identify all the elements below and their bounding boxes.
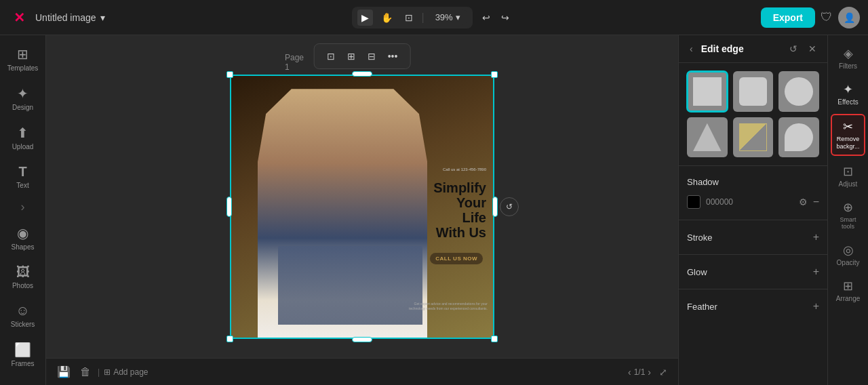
export-button[interactable]: Export bbox=[761, 7, 815, 28]
glow-section: Glow + bbox=[679, 254, 827, 289]
handle-bottom-center[interactable] bbox=[352, 337, 372, 342]
sidebar-item-arrange[interactable]: ⊞ Arrange bbox=[828, 273, 868, 308]
photos-icon: 🖼 bbox=[16, 264, 30, 280]
bottom-bar: 💾 🗑 | ⊞ Add page ‹ 1/1 › ⤢ bbox=[46, 358, 678, 385]
glow-title: Glow bbox=[687, 267, 813, 277]
edge-option-leaf[interactable] bbox=[778, 117, 819, 158]
edge-option-square[interactable] bbox=[687, 71, 728, 112]
sidebar-item-text[interactable]: T Text bbox=[0, 159, 45, 195]
sidebar-label-shapes: Shapes bbox=[12, 243, 35, 251]
shadow-color-swatch[interactable] bbox=[687, 195, 701, 209]
frames-icon: ⬜ bbox=[14, 342, 31, 358]
canvas-area[interactable]: ⊡ ⊞ ⊟ ••• Page 1 Call us at 123-456 bbox=[46, 35, 678, 385]
image-canvas[interactable]: Call us at 123-456-7890 SimplifyYourLife… bbox=[230, 75, 494, 339]
avatar[interactable]: 👤 bbox=[838, 7, 860, 28]
delete-button[interactable]: 🗑 bbox=[77, 363, 94, 381]
add-page-label: Add page bbox=[113, 367, 148, 377]
save-button[interactable]: 💾 bbox=[54, 363, 73, 381]
edge-option-diagonal[interactable] bbox=[733, 117, 774, 158]
sidebar-item-frames[interactable]: ⬜ Frames bbox=[0, 336, 45, 373]
edge-triangle-preview bbox=[693, 123, 722, 152]
sidebar-item-photos[interactable]: 🖼 Photos bbox=[0, 259, 45, 295]
left-sidebar: ⊞ Templates ✦ Design ⬆ Upload T Text › ◉… bbox=[0, 35, 46, 385]
shapes-icon: ◉ bbox=[17, 225, 28, 241]
adjust-icon: ⊡ bbox=[843, 164, 853, 179]
prev-page-button[interactable]: ‹ bbox=[628, 367, 631, 378]
sidebar-collapse-icon[interactable]: › bbox=[18, 197, 28, 217]
panel-header: ‹ Edit edge ↺ ✕ bbox=[679, 35, 827, 63]
handle-top-center[interactable] bbox=[352, 71, 372, 77]
sidebar-label-filters: Filters bbox=[839, 62, 857, 70]
stroke-add-button[interactable]: + bbox=[813, 231, 819, 243]
sidebar-item-shapes[interactable]: ◉ Shapes bbox=[0, 220, 45, 256]
expand-button[interactable]: ⊟ bbox=[362, 48, 381, 64]
page-navigation: ‹ 1/1 › bbox=[628, 367, 651, 378]
undo-button[interactable]: ↩ bbox=[478, 9, 494, 26]
remove-bg-icon: ✂ bbox=[843, 119, 853, 134]
canvas-small-text: Call us at 123-456-7890 bbox=[443, 167, 486, 171]
sidebar-item-filters[interactable]: ◈ Filters bbox=[828, 41, 868, 75]
sidebar-item-adjust[interactable]: ⊡ Adjust bbox=[828, 159, 868, 193]
select-tool-button[interactable]: ▶ bbox=[357, 9, 373, 26]
edge-option-circle[interactable] bbox=[778, 71, 819, 112]
selected-image-frame[interactable]: Call us at 123-456-7890 SimplifyYourLife… bbox=[230, 75, 494, 339]
more-options-button[interactable]: ••• bbox=[382, 48, 403, 64]
grid-button[interactable]: ⊞ bbox=[342, 48, 361, 64]
sidebar-item-smart-tools[interactable]: ⊕ Smarttools bbox=[828, 195, 868, 237]
refresh-button[interactable]: ↺ bbox=[787, 42, 800, 56]
shadow-remove-button[interactable]: − bbox=[813, 196, 819, 208]
text-icon: T bbox=[18, 164, 26, 180]
hand-tool-button[interactable]: ✋ bbox=[377, 9, 397, 26]
sidebar-item-design[interactable]: ✦ Design bbox=[0, 80, 45, 117]
document-title[interactable]: Untitled image ▾ bbox=[35, 12, 105, 23]
stickers-icon: ☺ bbox=[16, 303, 29, 319]
main-area: ⊞ Templates ✦ Design ⬆ Upload T Text › ◉… bbox=[0, 35, 868, 385]
shield-icon: 🛡 bbox=[821, 10, 833, 24]
smart-tools-icon: ⊕ bbox=[843, 200, 853, 215]
close-button[interactable]: ✕ bbox=[806, 42, 819, 56]
sidebar-item-stickers[interactable]: ☺ Stickers bbox=[0, 298, 45, 333]
stroke-section: Stroke + bbox=[679, 220, 827, 254]
handle-top-left[interactable] bbox=[226, 71, 233, 78]
sidebar-item-remove-bg[interactable]: ✂ Removebackgr... bbox=[831, 114, 865, 156]
reset-rotation-button[interactable]: ↺ bbox=[500, 197, 519, 216]
stroke-header: Stroke + bbox=[687, 226, 819, 249]
next-page-button[interactable]: › bbox=[648, 367, 651, 378]
bottom-actions: 💾 🗑 | ⊞ Add page bbox=[54, 363, 149, 381]
edge-option-rounded[interactable] bbox=[733, 71, 774, 112]
zoom-control[interactable]: 39% ▾ bbox=[429, 9, 467, 25]
edge-options-grid bbox=[679, 63, 827, 165]
shadow-title: Shadow bbox=[687, 177, 819, 187]
shadow-color-value: 000000 bbox=[706, 197, 793, 207]
sidebar-item-opacity[interactable]: ◎ Opacity bbox=[828, 237, 868, 272]
sidebar-item-effects[interactable]: ✦ Effects bbox=[828, 77, 868, 111]
shadow-settings-button[interactable]: ⚙ bbox=[799, 197, 808, 207]
sidebar-label-templates: Templates bbox=[7, 64, 39, 72]
redo-button[interactable]: ↪ bbox=[497, 9, 513, 26]
title-text: Untitled image bbox=[35, 12, 96, 23]
sidebar-item-templates[interactable]: ⊞ Templates bbox=[0, 41, 45, 77]
fullscreen-button[interactable]: ⤢ bbox=[656, 364, 670, 380]
canvas-body-text: Get expert advice and recommendations fo… bbox=[406, 302, 488, 311]
add-page-button[interactable]: ⊞ Add page bbox=[104, 367, 148, 377]
edge-option-triangle[interactable] bbox=[687, 117, 728, 158]
panel-title: Edit edge bbox=[701, 43, 781, 54]
sidebar-item-upload[interactable]: ⬆ Upload bbox=[0, 119, 45, 156]
bottom-right: ‹ 1/1 › ⤢ bbox=[628, 364, 670, 380]
crop-button[interactable]: ⊡ bbox=[321, 48, 340, 64]
frame-tool-button[interactable]: ⊡ bbox=[401, 9, 417, 26]
feather-section: Feather + bbox=[679, 289, 827, 323]
handle-bottom-right[interactable] bbox=[491, 336, 498, 342]
handle-middle-right[interactable] bbox=[492, 197, 498, 217]
handle-top-right[interactable] bbox=[491, 71, 498, 78]
shadow-section: Shadow 000000 ⚙ − bbox=[679, 165, 827, 220]
back-button[interactable]: ‹ bbox=[687, 42, 696, 56]
glow-add-button[interactable]: + bbox=[813, 266, 819, 278]
topbar: ✕ Untitled image ▾ ▶ ✋ ⊡ | 39% ▾ ↩ ↪ Exp… bbox=[0, 0, 868, 35]
feather-add-button[interactable]: + bbox=[813, 300, 819, 312]
canvas-cta-button: CALL US NOW bbox=[430, 253, 483, 264]
handle-bottom-left[interactable] bbox=[226, 336, 233, 342]
canvas-inner: ⊡ ⊞ ⊟ ••• Page 1 Call us at 123-456 bbox=[46, 35, 678, 358]
zoom-value: 39% bbox=[435, 12, 453, 22]
handle-middle-left[interactable] bbox=[226, 197, 232, 217]
